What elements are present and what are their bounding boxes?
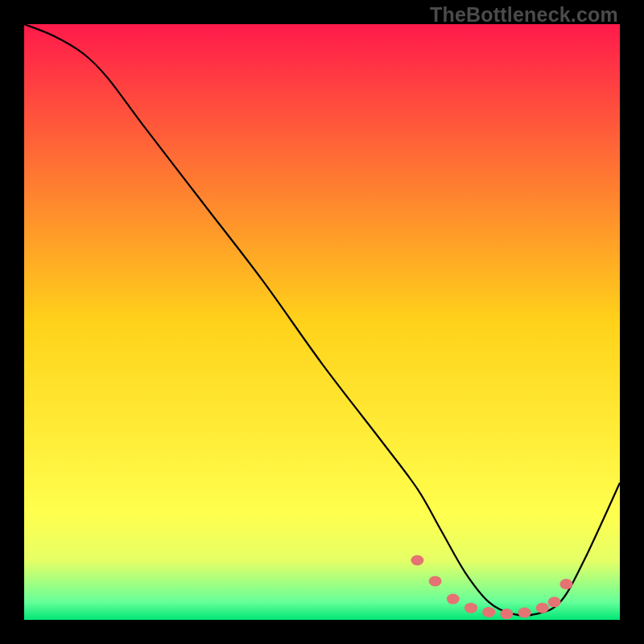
chart-frame: TheBottleneck.com xyxy=(0,0,644,644)
chart-svg xyxy=(24,24,620,620)
marker-dot xyxy=(548,597,561,607)
marker-dot xyxy=(411,555,423,566)
marker-dot xyxy=(429,576,442,586)
marker-dot xyxy=(482,607,495,617)
watermark-text: TheBottleneck.com xyxy=(430,3,618,27)
marker-dot xyxy=(464,603,477,613)
plot-area xyxy=(24,24,620,620)
marker-dot xyxy=(536,603,549,613)
gradient-background xyxy=(24,24,620,620)
marker-dot xyxy=(559,579,572,589)
marker-dot xyxy=(518,608,531,618)
marker-dot xyxy=(500,609,513,619)
marker-dot xyxy=(447,594,460,605)
